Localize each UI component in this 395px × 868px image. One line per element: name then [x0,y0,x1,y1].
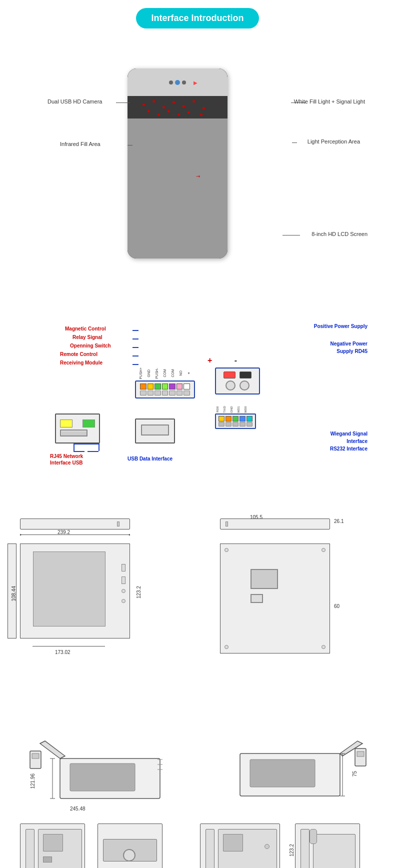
dim-108: 108.44 [11,586,16,602]
arrow-173 [32,646,105,646]
ir-dot [172,101,175,104]
dim-26: 26.1 [334,518,344,524]
cam-dot-1 [169,80,173,84]
ir-dot [200,114,202,116]
dim-60: 60 [334,604,340,609]
label-rj45: RJ45 Network [50,454,83,459]
label-magnetic-control: Magnetic Control [65,326,106,332]
dim-top-view [220,518,330,530]
svg-rect-14 [357,752,364,756]
label-light-perception: Light Perception Area [308,138,360,144]
bracket-rj45-top [74,444,98,444]
bracket-rj45-br [88,451,98,452]
dim-123: 123.2 [136,586,142,598]
dim-top-bar [20,518,130,530]
phone-top-bar [128,68,228,96]
angle-view-right: 75 [215,738,370,814]
dim-105: 105.5 [250,514,262,520]
camera-dots [169,80,186,85]
dim-123-side: 123.2 [289,844,294,856]
label-relay-signal: Relay Signal [72,334,102,340]
line-receiving [132,364,138,365]
header-section: Interface Introduction [0,0,395,28]
wiegand-block: RD0 TX/D GND WD1 WD0 [215,406,256,429]
cam-dot-2 [182,80,186,84]
line-remote [132,356,138,356]
arrow-239 [20,534,130,535]
label-rs232: RS232 Interface [330,446,368,452]
cam-dot-center [175,80,180,85]
line-magnetic [132,330,138,331]
label-white-fill: White Fill Light + Signal Light [294,98,365,104]
svg-rect-3 [32,754,39,758]
label-lcd: 8-inch HD LCD Screen [312,231,368,237]
ir-dot [188,111,190,114]
rj45-block [55,414,100,444]
line-dual-usb [116,102,130,103]
label-receiving-module: Receiving Module [60,360,102,366]
power-block: + - [215,358,260,394]
label-positive-power: Positive Power Supply [314,324,368,329]
line-white-fill [291,102,306,103]
ir-dot [168,110,170,112]
main-connector-block: PUSH+ GND PUSH- COM COM NO ≡ [135,368,195,398]
tech-view-2 [98,824,162,868]
svg-marker-1 [40,741,65,758]
ir-dot [202,107,205,110]
tech-view-4 [295,824,360,868]
line-light-perception [292,142,297,143]
dim-239: 239.2 [58,530,70,535]
label-interface-usb: Interface USB [50,460,83,466]
svg-rect-4 [70,764,135,791]
label-wiegand: Wiegand Signal [330,431,368,436]
label-infrared: Infrared Fill Area [60,141,100,147]
dim-side-box [220,544,330,654]
phone-screen: ↗ [128,118,228,258]
tech-view-3: 123.2 [200,824,280,868]
ir-area: → [128,96,228,118]
angle-views-section: 121.96 245.48 75 [0,734,395,868]
usb-data-block [135,418,175,444]
ir-dot [148,110,150,112]
bracket-rj45-left [74,444,74,451]
page-title: Interface Introduction [136,8,258,28]
ir-dot [158,114,160,116]
angle-view-left: 121.96 245.48 [30,738,185,814]
svg-rect-13 [355,748,366,766]
line-lcd [282,235,300,236]
dim-75: 75 [352,771,358,776]
svg-rect-15 [250,760,315,787]
ir-dot [162,106,165,108]
label-negative-power: Negative Power [330,341,368,346]
label-supply-rd45: Supply RD45 [336,348,368,354]
dim-front-box [20,544,130,638]
bracket-rj45-right [98,444,100,451]
label-dual-usb: Dual USB HD Camera [48,98,102,104]
ir-dot [192,100,195,102]
line-infrared [128,145,132,146]
device-illustration: → ↗ [128,68,228,258]
interface-connectors-section: Magnetic Control Relay Signal Openning S… [0,314,395,504]
device-front-section: → ↗ Dual USB HD Camera White Fill Light … [0,38,395,298]
label-remote-control: Remote Control [60,352,98,357]
ir-dot [142,104,145,106]
dim-121: 121.96 [30,774,36,789]
dimensions-section: 239.2 108.44 123.2 173.02 105.5 26.1 60 [0,514,395,724]
line-relay [132,338,138,340]
tech-view-1 [20,824,85,868]
label-usb-data: USB Data Interface [128,456,172,462]
ir-dot [182,105,185,108]
label-opening-switch: Openning Switch [70,343,111,348]
dim-245: 245.48 [70,806,86,812]
label-interface: Interface [346,438,368,444]
ir-dot [152,100,155,102]
line-opening [132,347,138,348]
bracket-rj45-bl [74,451,84,452]
dim-173: 173.02 [55,650,70,655]
ir-dot [178,114,180,116]
